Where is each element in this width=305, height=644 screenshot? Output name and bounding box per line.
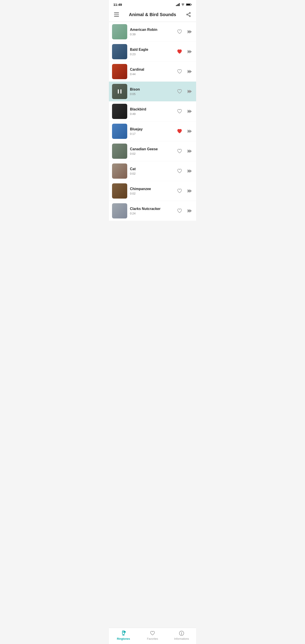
share-button[interactable] <box>184 10 192 18</box>
forward-icon <box>186 168 192 174</box>
favorite-button[interactable] <box>176 148 183 155</box>
svg-point-4 <box>183 5 183 6</box>
svg-marker-34 <box>190 209 192 213</box>
sound-name: Chimpanzee <box>130 187 173 191</box>
forward-button[interactable] <box>186 148 193 155</box>
svg-line-11 <box>188 13 189 14</box>
svg-point-9 <box>187 14 188 15</box>
sound-thumbnail <box>112 104 127 119</box>
list-item[interactable]: Cat 0:02 <box>109 161 196 181</box>
list-item[interactable]: American Robin 0:39 <box>109 22 196 42</box>
forward-icon <box>186 128 192 134</box>
favorite-button[interactable] <box>176 68 183 75</box>
sound-name: Canadian Geese <box>130 147 173 151</box>
list-item[interactable]: Canadian Geese 0:02 <box>109 141 196 161</box>
forward-icon <box>186 188 192 194</box>
sound-actions <box>176 28 193 35</box>
signal-icon <box>176 3 180 6</box>
status-icons <box>176 3 192 6</box>
sound-info: Bison 0:05 <box>130 88 173 96</box>
svg-marker-32 <box>190 189 192 193</box>
forward-button[interactable] <box>186 128 193 135</box>
sound-duration: 0:39 <box>130 33 173 36</box>
svg-point-8 <box>190 12 190 14</box>
favorite-button[interactable] <box>176 28 183 35</box>
list-item[interactable]: Blackbird 0:49 <box>109 102 196 121</box>
svg-point-10 <box>190 16 190 17</box>
menu-button[interactable] <box>112 10 120 18</box>
forward-button[interactable] <box>186 108 193 115</box>
forward-button[interactable] <box>186 28 193 35</box>
sound-actions <box>176 108 193 115</box>
forward-button[interactable] <box>186 48 193 55</box>
svg-rect-1 <box>177 4 178 6</box>
favorite-button[interactable] <box>176 128 183 135</box>
svg-rect-20 <box>120 90 122 94</box>
forward-button[interactable] <box>186 168 193 175</box>
sound-duration: 0:05 <box>130 92 173 96</box>
forward-icon <box>186 108 192 114</box>
forward-icon <box>186 29 192 35</box>
sound-info: Bald Eagle 0:23 <box>130 48 173 56</box>
sound-duration: 0:49 <box>130 112 173 116</box>
sound-info: Cardinal 0:44 <box>130 68 173 76</box>
battery-icon <box>186 3 192 6</box>
sound-name: Cardinal <box>130 68 173 72</box>
sound-info: Cat 0:02 <box>130 167 173 175</box>
heart-icon <box>177 88 182 94</box>
sound-thumbnail <box>112 84 127 99</box>
favorite-button[interactable] <box>176 207 183 214</box>
page-title: Animal & Bird Sounds <box>120 12 184 17</box>
sound-thumbnail <box>112 144 127 159</box>
svg-rect-7 <box>186 4 190 5</box>
sound-actions <box>176 188 193 194</box>
sound-thumbnail <box>112 24 127 39</box>
list-item[interactable]: Cardinal 0:44 <box>109 62 196 82</box>
svg-rect-0 <box>176 5 177 6</box>
sound-duration: 0:17 <box>130 132 173 136</box>
sound-info: Chimpanzee 0:02 <box>130 187 173 195</box>
svg-rect-3 <box>179 3 180 6</box>
favorite-button[interactable] <box>176 188 183 194</box>
heart-icon <box>177 108 182 114</box>
sound-duration: 0:23 <box>130 52 173 56</box>
heart-icon <box>177 188 182 194</box>
list-item[interactable]: Clarks Nutcracker 0:24 <box>109 201 196 221</box>
favorite-button[interactable] <box>176 108 183 115</box>
hamburger-icon <box>114 12 119 16</box>
sound-actions <box>176 68 193 75</box>
forward-button[interactable] <box>186 68 193 75</box>
sound-thumbnail <box>112 64 127 79</box>
heart-icon <box>177 128 182 134</box>
heart-icon <box>177 148 182 154</box>
forward-button[interactable] <box>186 188 193 194</box>
sound-name: Blackbird <box>130 107 173 111</box>
favorite-button[interactable] <box>176 48 183 55</box>
favorite-button[interactable] <box>176 88 183 95</box>
heart-icon <box>177 49 182 54</box>
svg-rect-6 <box>191 4 192 5</box>
list-item[interactable]: Bluejay 0:17 <box>109 122 196 141</box>
list-item[interactable]: Bald Eagle 0:23 <box>109 42 196 62</box>
svg-line-12 <box>188 15 189 16</box>
favorite-button[interactable] <box>176 168 183 175</box>
app-header: Animal & Bird Sounds <box>109 8 196 22</box>
sound-duration: 0:24 <box>130 212 173 215</box>
forward-icon <box>186 88 192 94</box>
heart-icon <box>177 29 182 35</box>
sound-actions <box>176 148 193 155</box>
forward-button[interactable] <box>186 207 193 214</box>
sound-actions <box>176 128 193 135</box>
sound-thumbnail <box>112 44 127 59</box>
forward-icon <box>186 49 192 54</box>
sound-actions <box>176 168 193 175</box>
list-item[interactable]: Chimpanzee 0:02 <box>109 181 196 201</box>
sound-thumbnail <box>112 203 127 218</box>
svg-marker-22 <box>190 90 192 93</box>
list-item[interactable]: Bison 0:05 <box>109 82 196 101</box>
sound-name: American Robin <box>130 28 173 32</box>
heart-icon <box>177 208 182 214</box>
forward-button[interactable] <box>186 88 193 95</box>
heart-icon <box>177 168 182 174</box>
status-bar: 11:49 <box>109 0 196 8</box>
